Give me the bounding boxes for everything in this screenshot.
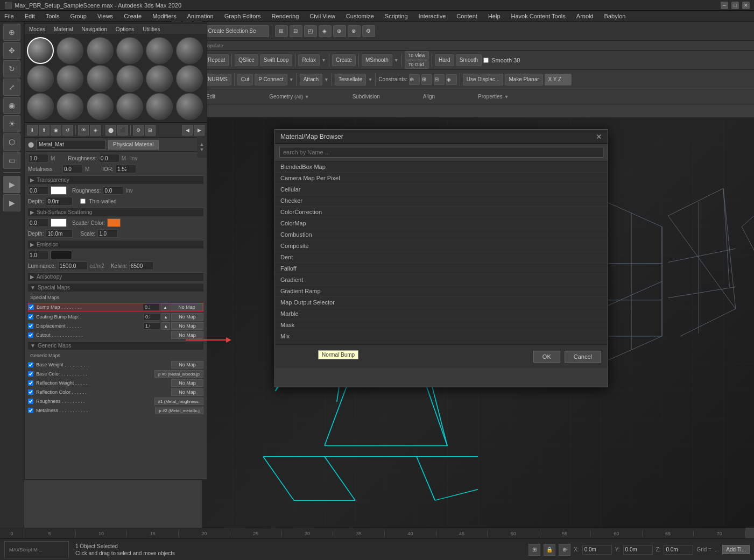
y-coord-input[interactable]: [623, 545, 653, 555]
strip-hierarchy[interactable]: ▶: [3, 176, 20, 193]
reflection-weight-btn[interactable]: No Map: [171, 379, 203, 387]
timeline[interactable]: 0 5 10 15 20 25 30 35 40 45 50 55 60 65 …: [0, 528, 745, 538]
smooth-30-checkbox[interactable]: [483, 58, 489, 63]
mat-tb-options[interactable]: ⚙: [133, 125, 144, 136]
mat-menu-navigation[interactable]: Navigation: [80, 25, 109, 33]
preview-ball-8[interactable]: [57, 65, 83, 92]
dialog-item-falloff[interactable]: Falloff: [275, 263, 608, 274]
mat-menu-modes[interactable]: Modes: [27, 25, 47, 33]
swift-loop-btn[interactable]: Swift Loop: [260, 54, 293, 66]
mat-tb-sphere[interactable]: ⬤: [105, 125, 116, 136]
mat-tb-scroll-left[interactable]: ◀: [182, 125, 193, 136]
dialog-item-gradient[interactable]: Gradient: [275, 274, 608, 286]
bump-map-check[interactable]: [29, 304, 34, 310]
bump-map-spinner-up[interactable]: ▲: [161, 303, 170, 311]
menu-file[interactable]: File: [2, 12, 16, 20]
toolbar-btn8[interactable]: ◈: [319, 25, 332, 37]
attach-btn[interactable]: Attach: [300, 74, 322, 86]
metalness-value[interactable]: [62, 165, 83, 173]
menu-modifiers[interactable]: Modifiers: [150, 12, 179, 20]
sss-swatch[interactable]: [51, 218, 67, 227]
toolbar-snap[interactable]: ⊞: [275, 25, 288, 37]
base-color-check[interactable]: [28, 371, 33, 377]
create-selection-btn[interactable]: Create Selection Se: [205, 25, 269, 37]
dialog-item-combustion[interactable]: Combustion: [275, 229, 608, 240]
mat-tb-show[interactable]: 👁: [78, 125, 89, 136]
preview-ball-14[interactable]: [57, 93, 83, 120]
toolbar-settings[interactable]: ⚙: [362, 25, 375, 37]
dialog-item-cellular[interactable]: Cellular: [275, 184, 608, 195]
bump-map-value[interactable]: [143, 303, 160, 311]
mat-scroll-up[interactable]: ▲: [200, 141, 205, 147]
coating-bump-check[interactable]: [28, 314, 33, 320]
cutout-check[interactable]: [28, 332, 33, 338]
depth-value[interactable]: [46, 197, 73, 205]
tessellate-btn[interactable]: Tessellate: [335, 74, 366, 86]
dialog-search-input[interactable]: [279, 147, 603, 158]
preview-ball-7[interactable]: [27, 65, 54, 92]
mat-menu-material[interactable]: Material: [52, 25, 75, 33]
base-color-btn[interactable]: p #0 (Metal_albedo.jp: [154, 370, 203, 378]
toolbar-btn10[interactable]: ⊗: [348, 25, 361, 37]
preview-ball-9[interactable]: [87, 65, 114, 92]
metalness-map-check[interactable]: [28, 408, 33, 413]
menu-rendering[interactable]: Rendering: [270, 12, 301, 20]
displacement-value[interactable]: [143, 322, 160, 330]
base-weight-check[interactable]: [28, 362, 33, 367]
anisotropy-section[interactable]: ▶ Anisotropy: [28, 272, 203, 281]
minimize-button[interactable]: ─: [721, 2, 728, 9]
preview-ball-2[interactable]: [57, 37, 83, 64]
tick-15[interactable]: 15: [127, 531, 179, 536]
menu-content[interactable]: Content: [454, 12, 480, 20]
strip-camera[interactable]: ◉: [3, 97, 20, 114]
menu-arnold[interactable]: Arnold: [574, 12, 596, 20]
tick-10[interactable]: 10: [76, 531, 128, 536]
coating-bump-btn[interactable]: No Map: [171, 313, 203, 321]
scatter-color-swatch[interactable]: [107, 218, 121, 227]
transparency-section[interactable]: ▶ Transparency: [28, 175, 203, 184]
dialog-item-dent[interactable]: Dent: [275, 252, 608, 263]
menu-animation[interactable]: Animation: [185, 12, 216, 20]
menu-babylon[interactable]: Babylon: [602, 12, 628, 20]
cut-btn[interactable]: Cut: [237, 74, 253, 86]
constraint-btn2[interactable]: ⊞: [421, 74, 432, 85]
z-coord-input[interactable]: [664, 545, 693, 555]
qslice-btn[interactable]: QSlice: [235, 54, 258, 66]
material-map-browser-dialog[interactable]: Material/Map Browser ✕ BlendedBox Map Ca…: [274, 129, 608, 387]
preview-ball-18[interactable]: [176, 93, 203, 120]
constraint-btn3[interactable]: ⊟: [434, 74, 445, 85]
coating-bump-spinner[interactable]: ▲: [161, 313, 170, 321]
kelvin-value[interactable]: [129, 261, 153, 270]
strip-move[interactable]: ✥: [3, 42, 20, 59]
dialog-item-cameramapperpixel[interactable]: Camera Map Per Pixel: [275, 173, 608, 184]
sss-section[interactable]: ▶ Sub-Surface Scattering: [28, 208, 203, 216]
menu-scripting[interactable]: Scripting: [383, 12, 410, 20]
displacement-spinner[interactable]: ▲: [161, 322, 170, 330]
tick-5[interactable]: 5: [24, 531, 76, 536]
mat-tb-assign[interactable]: ◉: [51, 125, 61, 136]
mat-tb-put[interactable]: ⬆: [39, 125, 50, 136]
make-planar-btn[interactable]: Make Planar: [505, 74, 542, 86]
hard-btn[interactable]: Hard: [435, 54, 454, 66]
dialog-item-gradient-ramp[interactable]: Gradient Ramp: [275, 286, 608, 297]
dialog-items-list[interactable]: BlendedBox Map Camera Map Per Pixel Cell…: [275, 161, 608, 344]
strip-shape[interactable]: ▭: [3, 152, 20, 169]
menu-havok[interactable]: Havok Content Tools: [509, 12, 568, 20]
sss-scale-value[interactable]: [97, 229, 118, 238]
luminance-value[interactable]: [58, 261, 88, 270]
use-displace-btn[interactable]: Use Displac...: [463, 74, 504, 86]
xyz-btn[interactable]: X Y Z: [545, 74, 572, 86]
preview-ball-13[interactable]: [27, 93, 54, 120]
emission-value[interactable]: [28, 251, 48, 259]
x-coord-input[interactable]: [582, 545, 612, 555]
msmooth-btn[interactable]: MSmooth: [362, 54, 392, 66]
constraint-btn1[interactable]: ⊕: [409, 74, 420, 85]
menu-customize[interactable]: Customize: [344, 12, 376, 20]
menu-help[interactable]: Help: [486, 12, 503, 20]
mat-tb-reset[interactable]: ↺: [62, 125, 73, 136]
dialog-item-colormap[interactable]: ColorMap: [275, 218, 608, 229]
mat-tb-show-hw[interactable]: ◈: [90, 125, 101, 136]
nurms-btn[interactable]: NURMS: [204, 74, 231, 86]
strip-motion[interactable]: ▶: [3, 194, 20, 211]
preview-ball-11[interactable]: [146, 65, 173, 92]
